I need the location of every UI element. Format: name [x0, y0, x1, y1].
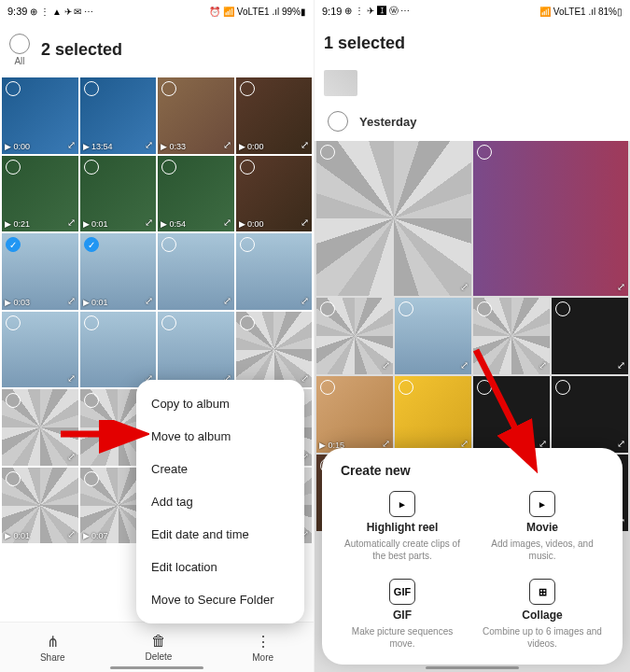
- media-cell[interactable]: ✓▶ 0:03⤢: [2, 233, 78, 310]
- expand-icon[interactable]: ⤢: [223, 295, 231, 307]
- cell-select-checkbox[interactable]: [6, 471, 21, 486]
- bottombar-more[interactable]: ⋮More: [252, 633, 273, 663]
- cell-select-checkbox[interactable]: [240, 315, 255, 330]
- cell-select-checkbox[interactable]: [6, 81, 21, 96]
- create-option-gif[interactable]: GIFGIFMake picture sequences move.: [337, 579, 468, 650]
- expand-icon[interactable]: ⤢: [539, 359, 547, 371]
- menu-item-copy-to-album[interactable]: Copy to album: [136, 387, 304, 420]
- cell-select-checkbox[interactable]: [477, 301, 492, 316]
- media-cell[interactable]: ▶ 0:00⤢: [2, 77, 78, 154]
- expand-icon[interactable]: ⤢: [382, 359, 390, 371]
- media-cell[interactable]: ✓▶ 0:01⤢: [80, 233, 157, 310]
- cell-select-checkbox[interactable]: [6, 315, 21, 330]
- expand-icon[interactable]: ⤢: [301, 217, 309, 229]
- cell-select-checkbox[interactable]: [161, 160, 176, 175]
- cell-select-checkbox[interactable]: [84, 160, 99, 175]
- media-cell[interactable]: ⤢: [158, 312, 234, 388]
- create-option-highlight-reel[interactable]: ▸Highlight reelAutomatically create clip…: [337, 491, 468, 562]
- expand-icon[interactable]: ⤢: [145, 139, 153, 151]
- media-cell[interactable]: ▶ 0:01⤢: [80, 156, 157, 232]
- media-cell[interactable]: ▶ 0:15⤢: [316, 376, 393, 453]
- expand-icon[interactable]: ⤢: [617, 281, 625, 293]
- expand-icon[interactable]: ⤢: [301, 372, 309, 385]
- cell-select-checkbox[interactable]: [6, 160, 21, 175]
- media-cell[interactable]: ▶ 0:00⤢: [236, 77, 313, 154]
- expand-icon[interactable]: ⤢: [301, 139, 309, 151]
- media-cell[interactable]: ⤢: [395, 298, 471, 374]
- cell-select-checkbox[interactable]: [555, 301, 570, 316]
- cell-select-checkbox[interactable]: [240, 160, 255, 175]
- media-cell[interactable]: ▶ 0:33⤢: [158, 77, 234, 154]
- menu-item-move-to-album[interactable]: Move to album: [136, 420, 304, 453]
- media-cell[interactable]: ▶ 0:01⤢: [2, 468, 78, 544]
- cell-select-checkbox[interactable]: [555, 380, 570, 395]
- home-indicator[interactable]: [110, 666, 203, 669]
- media-cell[interactable]: ⤢: [236, 233, 313, 310]
- menu-item-move-to-secure-folder[interactable]: Move to Secure Folder: [136, 583, 304, 616]
- cell-select-checkbox[interactable]: [477, 145, 492, 160]
- cell-select-checkbox[interactable]: [320, 380, 335, 395]
- expand-icon[interactable]: ⤢: [223, 217, 231, 229]
- expand-icon[interactable]: ⤢: [460, 359, 469, 371]
- cell-select-checkbox[interactable]: [399, 380, 413, 395]
- expand-icon[interactable]: ⤢: [67, 372, 76, 385]
- cell-select-checkbox[interactable]: ✓: [6, 237, 21, 252]
- cell-select-checkbox[interactable]: [161, 315, 176, 330]
- cell-select-checkbox[interactable]: [240, 81, 255, 96]
- media-cell[interactable]: ⤢: [552, 298, 628, 374]
- media-cell[interactable]: ⤢: [2, 389, 78, 466]
- expand-icon[interactable]: ⤢: [223, 139, 231, 151]
- media-cell[interactable]: ⤢: [316, 141, 471, 296]
- expand-icon[interactable]: ⤢: [301, 295, 309, 307]
- cell-select-checkbox[interactable]: [84, 81, 99, 96]
- select-all-checkbox[interactable]: [9, 34, 30, 54]
- expand-icon[interactable]: ⤢: [617, 438, 625, 450]
- menu-item-edit-location[interactable]: Edit location: [136, 551, 304, 583]
- media-cell[interactable]: ⤢: [316, 298, 393, 374]
- create-option-collage[interactable]: ⊞CollageCombine up to 6 images and video…: [477, 579, 608, 650]
- menu-item-add-tag[interactable]: Add tag: [136, 485, 304, 518]
- expand-icon[interactable]: ⤢: [145, 295, 153, 307]
- media-cell[interactable]: ⤢: [80, 312, 157, 388]
- media-cell[interactable]: ⤢: [2, 312, 78, 388]
- menu-item-edit-date-and-time[interactable]: Edit date and time: [136, 518, 304, 551]
- media-cell[interactable]: ▶ 0:21⤢: [2, 156, 78, 232]
- expand-icon[interactable]: ⤢: [145, 217, 153, 229]
- expand-icon[interactable]: ⤢: [67, 139, 76, 151]
- cell-select-checkbox[interactable]: [161, 237, 176, 252]
- cell-select-checkbox[interactable]: [477, 380, 492, 395]
- expand-icon[interactable]: ⤢: [617, 359, 625, 371]
- cell-select-checkbox[interactable]: [6, 393, 21, 408]
- cell-select-checkbox[interactable]: [399, 301, 413, 316]
- cell-select-checkbox[interactable]: [84, 471, 99, 486]
- media-cell[interactable]: ⤢: [473, 141, 628, 296]
- media-cell[interactable]: ▶ 13:54⤢: [80, 77, 157, 154]
- expand-icon[interactable]: ⤢: [67, 295, 76, 307]
- media-cell[interactable]: ▶ 0:00⤢: [236, 156, 313, 232]
- cell-select-checkbox[interactable]: [240, 237, 255, 252]
- cell-select-checkbox[interactable]: [320, 301, 335, 316]
- bottombar-delete[interactable]: 🗑Delete: [145, 633, 172, 662]
- cell-select-checkbox[interactable]: [84, 393, 99, 408]
- expand-icon[interactable]: ⤢: [67, 451, 76, 463]
- media-cell[interactable]: ⤢: [395, 376, 471, 453]
- cell-select-checkbox[interactable]: [161, 81, 176, 96]
- cell-select-checkbox[interactable]: [84, 315, 99, 330]
- expand-icon[interactable]: ⤢: [67, 217, 76, 229]
- selected-thumbnail[interactable]: [324, 70, 357, 96]
- media-cell[interactable]: ⤢: [552, 376, 628, 453]
- media-cell[interactable]: ⤢: [236, 312, 313, 388]
- home-indicator[interactable]: [426, 666, 519, 669]
- media-cell[interactable]: ⤢: [473, 376, 550, 453]
- media-cell[interactable]: ⤢: [473, 298, 550, 374]
- cell-select-checkbox[interactable]: [320, 145, 335, 160]
- create-option-movie[interactable]: ▸MovieAdd images, videos, and music.: [477, 491, 608, 562]
- select-day-checkbox[interactable]: [328, 111, 348, 132]
- bottombar-share[interactable]: ⋔Share: [40, 633, 65, 663]
- cell-select-checkbox[interactable]: ✓: [84, 237, 99, 252]
- media-cell[interactable]: ⤢: [158, 233, 234, 310]
- menu-item-create[interactable]: Create: [136, 453, 304, 485]
- expand-icon[interactable]: ⤢: [460, 281, 469, 293]
- media-cell[interactable]: ▶ 0:54⤢: [158, 156, 234, 232]
- expand-icon[interactable]: ⤢: [67, 528, 76, 540]
